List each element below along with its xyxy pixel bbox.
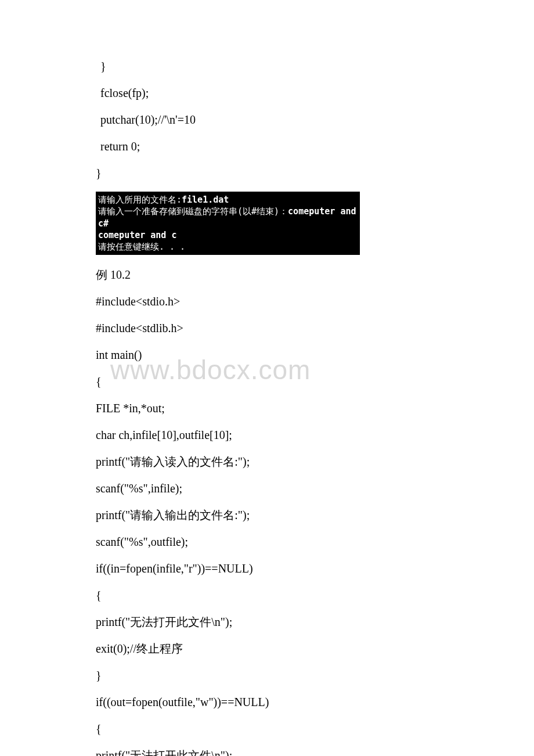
code-line: { [96,587,438,603]
code-line: return 0; [96,138,438,154]
code-line: if((out=fopen(outfile,"w"))==NULL) [96,694,438,710]
console-output: 请输入所用的文件名:file1.dat 请输入一个准备存储到磁盘的字符串(以#结… [96,192,360,255]
code-line: { [96,373,438,390]
code-line: exit(0);//终止程序 [96,640,438,657]
code-line: } [96,165,438,181]
code-line: printf("无法打开此文件\n"); [96,747,438,756]
code-line: putchar(10);//'\n'=10 [96,111,438,128]
code-line: if((in=fopen(infile,"r"))==NULL) [96,560,438,577]
example-title: 例 10.2 [96,267,438,283]
document-content: } fclose(fp); putchar(10);//'\n'=10 retu… [96,58,438,756]
code-line: fclose(fp); [96,85,438,101]
console-bold: file1.dat [182,195,229,205]
code-line: FILE *in,*out; [96,400,438,416]
code-line: char ch,infile[10],outfile[10]; [96,427,438,443]
code-line: } [96,667,438,683]
console-text: 请输入一个准备存储到磁盘的字符串(以#结束)： [98,206,288,217]
code-line: printf("请输入读入的文件名:"); [96,453,438,470]
code-line: int main() [96,347,438,363]
code-line: scanf("%s",outfile); [96,534,438,550]
code-line: #include<stdlib.h> [96,320,438,336]
code-line: printf("无法打开此文件\n"); [96,614,438,630]
code-line: } [96,58,438,74]
console-text: 请按任意键继续. . . [98,241,358,253]
code-line: { [96,721,438,737]
code-line: scanf("%s",infile); [96,480,438,496]
code-line: printf("请输入输出的文件名:"); [96,507,438,523]
console-bold: comeputer and c [98,230,176,240]
code-line: #include<stdio.h> [96,293,438,309]
console-text: 请输入所用的文件名: [98,195,182,205]
